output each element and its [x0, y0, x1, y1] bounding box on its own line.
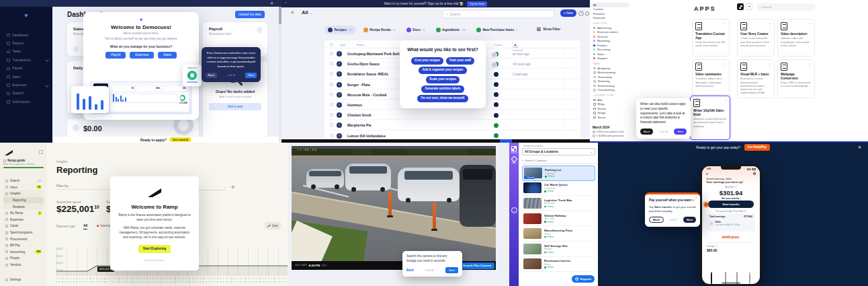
filter-chip[interactable]: New Purchase Items0	[473, 26, 521, 34]
star-icon[interactable]: ☆	[724, 22, 726, 26]
next-button[interactable]: Next	[245, 73, 257, 78]
filter-chip[interactable]: Recipes165	[324, 26, 356, 34]
next-button[interactable]: Next	[674, 129, 687, 135]
kebab-icon[interactable]: ⋮	[562, 61, 566, 65]
sidebar-item[interactable]: Tasks	[7, 48, 50, 56]
app-card[interactable]: ☆ Webpage Conversion Drop a URL in and c…	[777, 59, 815, 98]
sidebar-item[interactable]: Insights	[3, 190, 44, 197]
star-icon[interactable]: ☆	[809, 22, 812, 26]
sidebar-item[interactable]: Sales	[7, 73, 50, 81]
star-icon[interactable]: ☆	[724, 62, 726, 66]
app-card[interactable]: ☆ Video summaries Transform videos into …	[692, 59, 730, 98]
sidebar-item[interactable]: Procurement	[3, 236, 44, 242]
activity-link[interactable]: See your activity ›	[702, 197, 760, 200]
filter-chip[interactable]: Recipe Books14	[360, 26, 399, 34]
nav-item[interactable]: Wellbeing	[746, 273, 754, 282]
sidebar-item[interactable]: Rewards	[3, 203, 44, 210]
star-icon[interactable]: ☆	[809, 62, 812, 66]
filter-chip[interactable]: Ingredients766	[433, 26, 469, 34]
close-icon[interactable]: ✕	[858, 145, 861, 149]
sidebar-item[interactable]: Payroll	[7, 65, 50, 73]
nav-item[interactable]: Card	[736, 273, 740, 282]
sidebar-item[interactable]: Search⌘ K	[3, 178, 44, 184]
start-transfer-button[interactable]: Start transfer	[708, 201, 754, 208]
upload-data-button[interactable]: Upload my data	[235, 11, 265, 18]
info-icon[interactable]: ⓘ	[734, 186, 736, 188]
app-card[interactable]: ☆ Visual MLR + basic Evaluates if a visu…	[737, 59, 775, 98]
info-icon[interactable]: ⓘ	[715, 245, 718, 248]
row-checkbox[interactable]	[330, 93, 333, 96]
expand-chevron-icon[interactable]: ›	[511, 207, 517, 213]
kebab-icon[interactable]: ⋮	[562, 112, 566, 116]
search-input[interactable]	[525, 159, 595, 162]
groups-dropdown[interactable]: All Groups & Locations⌄	[522, 148, 595, 155]
row-checkbox[interactable]	[330, 83, 333, 86]
row-checkbox[interactable]	[330, 123, 333, 127]
cameras-icon[interactable]	[511, 146, 517, 151]
sidebar-item[interactable]: Expenses	[7, 81, 50, 89]
search-camera-button[interactable]: Search This Camera	[460, 262, 494, 270]
kebab-icon[interactable]: ⋮	[562, 51, 566, 55]
back-button[interactable]: Back	[640, 129, 653, 135]
maps-icon[interactable]	[511, 156, 517, 163]
row-checkbox[interactable]	[330, 62, 333, 65]
add-task-button[interactable]: Add a task	[209, 103, 261, 110]
kebab-icon[interactable]: ⋮	[562, 122, 566, 127]
line-chart-toggle[interactable]: Line	[265, 222, 281, 229]
back-button[interactable]: Back	[649, 217, 664, 223]
try-free-button[interactable]: Try for free!	[467, 1, 488, 7]
sidebar-item[interactable]: Expenses	[3, 217, 44, 223]
row-checkbox[interactable]	[330, 52, 333, 55]
kebab-icon[interactable]: ⋮	[562, 82, 566, 86]
goal-option-button[interactable]: Expenses	[130, 52, 154, 59]
search-bar[interactable]: ⌕	[443, 10, 554, 18]
hamburger-icon[interactable]: ≡	[706, 172, 708, 176]
star-icon[interactable]: ☆	[724, 98, 727, 102]
sidebar-item[interactable]: Inbox98	[3, 184, 44, 191]
camera-search[interactable]: ⌕	[522, 157, 595, 164]
row-checkbox[interactable]	[330, 134, 333, 137]
table-row[interactable]: ≡ Margherita Pie ⋮	[324, 120, 580, 130]
sidebar-item[interactable]: Reporting	[3, 197, 44, 204]
camera-list-item[interactable]: ✓ Selected Logistics Truck Bay Wisconsin…	[522, 196, 595, 211]
kebab-icon[interactable]: ⋮	[562, 133, 566, 137]
sidebar-item[interactable]: Subscription	[7, 98, 50, 106]
option-button[interactable]: I'm not sure, show me around!	[417, 95, 468, 102]
back-button[interactable]: Back	[206, 73, 217, 78]
sidebar-item[interactable]: Reports	[7, 39, 50, 47]
row-checkbox[interactable]	[330, 72, 333, 75]
filter-chip[interactable]: Docs21	[403, 26, 429, 34]
camera-feed[interactable]	[292, 146, 496, 261]
sidebar-item[interactable]: People	[3, 255, 44, 262]
back-button[interactable]: Back	[406, 269, 414, 272]
row-checkbox[interactable]	[330, 113, 333, 116]
collapse-sidebar-icon[interactable]	[39, 150, 43, 154]
next-button[interactable]: Next	[683, 217, 696, 223]
sidebar-item[interactable]: Bill Pay	[3, 242, 44, 249]
start-exploring-button[interactable]: Start Exploring	[138, 245, 171, 253]
app-card[interactable]: ☆ Video description Upload a video and i…	[777, 19, 815, 57]
sidebar-item[interactable]: Vendors	[3, 262, 44, 269]
close-icon[interactable]: ✕	[695, 196, 697, 199]
app-card[interactable]: ☆ Writer 10q/10k Sales Brief Generate a …	[690, 96, 730, 140]
camera-list-item[interactable]: ✓ Selected Parking Lot California Online	[522, 166, 595, 181]
option-button[interactable]: Add & organize your recipes	[419, 67, 466, 74]
help-icon[interactable]: ?	[578, 11, 584, 16]
gear-icon[interactable]: ⚙	[231, 184, 234, 189]
show-filter-button[interactable]: Show Filter	[537, 28, 560, 31]
support-button[interactable]: ?Support	[572, 275, 595, 283]
kebab-icon[interactable]: ⋮	[562, 102, 566, 106]
select-all-checkbox[interactable]	[330, 43, 333, 46]
option-button[interactable]: Train your staff	[446, 57, 475, 65]
camera-list-item[interactable]: ✓ Selected Restaurant Interior Illinois …	[522, 257, 595, 273]
option-button[interactable]: Scale your recipes	[426, 76, 460, 83]
sort-column[interactable]: Last Viewed	[513, 43, 517, 46]
get-started-button[interactable]: Get started	[170, 137, 191, 142]
scope-dropdown[interactable]: All ⌄	[302, 9, 312, 15]
sidebar-item[interactable]: My Ramp2	[3, 210, 44, 217]
camera-list-item[interactable]: ✓ Selected Manufacturing Floor Texas Onl…	[522, 226, 595, 242]
app-card[interactable]: ☆ User Story Creator Create a user story…	[737, 19, 775, 57]
camera-list-item[interactable]: ✓ Selected School Hallway New York Onlin…	[522, 211, 595, 227]
kebab-icon[interactable]: ⋮	[562, 92, 566, 96]
get-dailypay-button[interactable]: Get DailyPay	[744, 144, 770, 151]
